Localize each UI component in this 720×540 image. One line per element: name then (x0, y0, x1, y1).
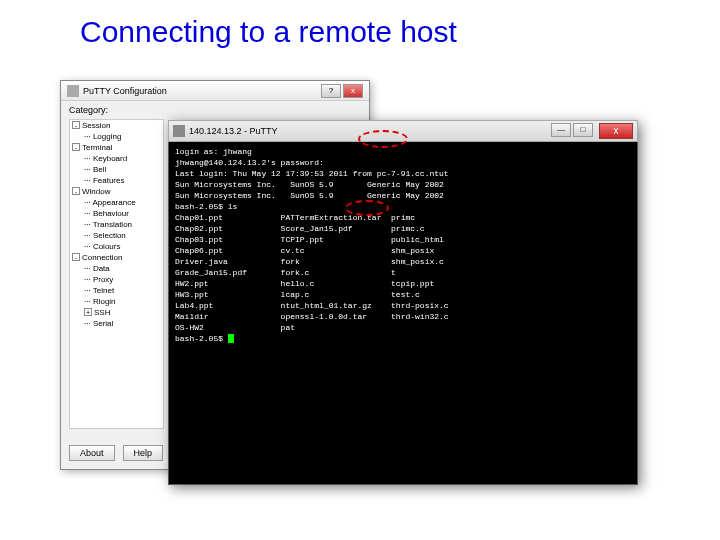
terminal-line: OS-HW2 pat (175, 322, 631, 333)
terminal-line: Chap06.ppt cv.tc shm_posix (175, 245, 631, 256)
terminal-line: Sun Microsystems Inc. SunOS 5.9 Generic … (175, 190, 631, 201)
tree-item[interactable]: ··· Behaviour (70, 208, 163, 219)
terminal-line: Chap03.ppt TCPIP.ppt public_html (175, 234, 631, 245)
tree-item[interactable]: ··· Translation (70, 219, 163, 230)
terminal-line: login as: jhwang (175, 146, 631, 157)
config-title-text: PuTTY Configuration (83, 86, 167, 96)
tree-item[interactable]: -Session (70, 120, 163, 131)
minimize-button[interactable]: — (551, 123, 571, 137)
terminal-line: jhwang@140.124.13.2's password: (175, 157, 631, 168)
help-button[interactable]: ? (321, 84, 341, 98)
tree-expand-icon[interactable]: - (72, 143, 80, 151)
terminal-line: HW2.ppt hello.c tcpip.ppt (175, 278, 631, 289)
tree-item[interactable]: ··· Serial (70, 318, 163, 329)
maximize-button[interactable]: □ (573, 123, 593, 137)
tree-item[interactable]: +SSH (70, 307, 163, 318)
slide-title: Connecting to a remote host (0, 0, 720, 49)
about-button[interactable]: About (69, 445, 115, 461)
tree-item[interactable]: -Connection (70, 252, 163, 263)
tree-item[interactable]: -Terminal (70, 142, 163, 153)
terminal-titlebar[interactable]: 140.124.13.2 - PuTTY — □ x (168, 120, 638, 142)
tree-expand-icon[interactable]: - (72, 253, 80, 261)
terminal-output[interactable]: login as: jhwangjhwang@140.124.13.2's pa… (168, 142, 638, 485)
tree-item[interactable]: ··· Colours (70, 241, 163, 252)
tree-expand-icon[interactable]: - (72, 187, 80, 195)
terminal-line: HW3.ppt lcap.c test.c (175, 289, 631, 300)
terminal-line: bash-2.05$ (175, 333, 631, 344)
tree-item[interactable]: -Window (70, 186, 163, 197)
tree-expand-icon[interactable]: - (72, 121, 80, 129)
help-button-bottom[interactable]: Help (123, 445, 164, 461)
tree-item[interactable]: ··· Proxy (70, 274, 163, 285)
terminal-line: Last login: Thu May 12 17:39:53 2011 fro… (175, 168, 631, 179)
tree-item[interactable]: ··· Bell (70, 164, 163, 175)
tree-item[interactable]: ··· Keyboard (70, 153, 163, 164)
putty-icon (173, 125, 185, 137)
config-titlebar[interactable]: PuTTY Configuration ? x (61, 81, 369, 101)
terminal-window: 140.124.13.2 - PuTTY — □ x login as: jhw… (168, 120, 638, 485)
terminal-line: Chap01.ppt PATTermExtraction.tar primc (175, 212, 631, 223)
tree-item[interactable]: ··· Telnet (70, 285, 163, 296)
tree-item[interactable]: ··· Features (70, 175, 163, 186)
cursor-icon (228, 334, 234, 343)
tree-item[interactable]: ··· Appearance (70, 197, 163, 208)
tree-expand-icon[interactable]: + (84, 308, 92, 316)
close-button[interactable]: x (599, 123, 633, 139)
terminal-line: Maildir openssl-1.0.0d.tar thrd-win32.c (175, 311, 631, 322)
putty-icon (67, 85, 79, 97)
category-label: Category: (61, 101, 369, 119)
terminal-line: bash-2.05$ ls (175, 201, 631, 212)
terminal-line: Grade_Jan15.pdf fork.c t (175, 267, 631, 278)
category-tree[interactable]: -Session··· Logging-Terminal··· Keyboard… (69, 119, 164, 429)
terminal-line: Chap02.ppt Score_Jan15.pdf primc.c (175, 223, 631, 234)
terminal-line: Driver.java fork shm_posix.c (175, 256, 631, 267)
terminal-line: Sun Microsystems Inc. SunOS 5.9 Generic … (175, 179, 631, 190)
tree-item[interactable]: ··· Selection (70, 230, 163, 241)
tree-item[interactable]: ··· Logging (70, 131, 163, 142)
tree-item[interactable]: ··· Rlogin (70, 296, 163, 307)
terminal-line: Lab4.ppt ntut_html_01.tar.gz thrd-posix.… (175, 300, 631, 311)
tree-item[interactable]: ··· Data (70, 263, 163, 274)
close-button[interactable]: x (343, 84, 363, 98)
terminal-title-text: 140.124.13.2 - PuTTY (189, 126, 278, 136)
